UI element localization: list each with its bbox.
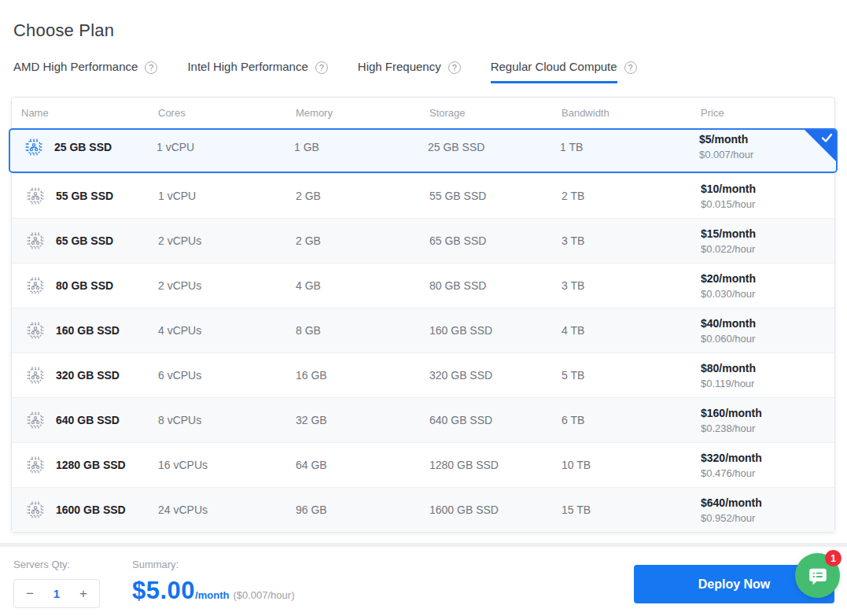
plan-row-80-gb-ssd[interactable]: 80 GB SSD2 vCPUs4 GB80 GB SSD3 TB$20/mon… <box>12 263 834 308</box>
plan-name-cell: 640 GB SSD <box>12 411 158 430</box>
plan-type-tabs: AMD High Performance ? Intel High Perfor… <box>13 60 847 83</box>
plan-storage: 160 GB SSD <box>429 324 562 337</box>
plan-bandwidth: 10 TB <box>562 459 701 471</box>
plan-price-cell: $10/month$0.015/hour <box>701 183 834 209</box>
chat-bubble-icon <box>808 566 828 586</box>
server-chip-icon <box>26 456 45 474</box>
plan-row-55-gb-ssd[interactable]: 55 GB SSD1 vCPU2 GB55 GB SSD2 TB$10/mont… <box>12 173 834 218</box>
qty-decrease-button[interactable]: − <box>26 587 34 600</box>
plan-row-1280-gb-ssd[interactable]: 1280 GB SSD16 vCPUs64 GB1280 GB SSD10 TB… <box>12 442 834 487</box>
plan-cores: 8 vCPUs <box>158 414 296 426</box>
plan-name: 25 GB SSD <box>54 141 112 153</box>
quantity-stepper: − 1 + <box>13 579 100 608</box>
deploy-footer: Servers Qty: − 1 + Summary: $5.00 /month… <box>0 547 847 616</box>
plan-name-cell: 1600 GB SSD <box>12 500 158 519</box>
plan-name: 320 GB SSD <box>56 369 120 382</box>
plan-storage: 320 GB SSD <box>429 369 562 382</box>
plan-table-header: Name Cores Memory Storage Bandwidth Pric… <box>12 98 834 128</box>
plan-memory: 32 GB <box>296 414 429 426</box>
price-per-hour: $0.119/hour <box>701 378 834 389</box>
qty-value[interactable]: 1 <box>53 587 60 600</box>
page-title: Choose Plan <box>13 20 847 41</box>
server-chip-icon <box>26 500 45 519</box>
plan-storage: 55 GB SSD <box>429 190 562 202</box>
price-per-month: $15/month <box>701 228 834 239</box>
tab-high-frequency[interactable]: High Frequency ? <box>358 60 461 83</box>
tab-regular-cloud-compute[interactable]: Regular Cloud Compute ? <box>491 60 637 83</box>
help-circle-icon[interactable]: ? <box>145 61 157 74</box>
qty-increase-button[interactable]: + <box>79 587 87 600</box>
summary-price-row: $5.00 /month ($0.007/hour) <box>132 577 294 605</box>
plan-name-cell: 320 GB SSD <box>12 366 158 385</box>
plan-cores: 2 vCPUs <box>158 234 296 247</box>
plan-price-cell: $80/month$0.119/hour <box>701 363 834 389</box>
plan-row-25-gb-ssd[interactable]: 25 GB SSD1 vCPU1 GB25 GB SSD1 TB$5/month… <box>9 128 838 173</box>
plan-bandwidth: 4 TB <box>562 324 701 337</box>
help-circle-icon[interactable]: ? <box>315 61 328 74</box>
tab-label: Regular Cloud Compute <box>491 60 617 83</box>
plan-price-cell: $160/month$0.238/hour <box>701 408 834 433</box>
tab-label: AMD High Performance <box>13 60 138 83</box>
plan-bandwidth: 3 TB <box>562 234 701 247</box>
plan-price-cell: $40/month$0.060/hour <box>701 318 834 344</box>
server-chip-icon <box>26 276 45 295</box>
plan-row-160-gb-ssd[interactable]: 160 GB SSD4 vCPUs8 GB160 GB SSD4 TB$40/m… <box>12 308 834 352</box>
plan-storage: 25 GB SSD <box>428 141 560 153</box>
plan-cores: 1 vCPU <box>158 190 296 202</box>
price-per-month: $80/month <box>701 363 834 374</box>
chat-unread-badge: 1 <box>825 550 841 566</box>
price-per-month: $40/month <box>701 318 834 329</box>
price-per-month: $20/month <box>701 273 834 284</box>
tab-amd-high-performance[interactable]: AMD High Performance ? <box>13 60 157 83</box>
summary-block: Summary: $5.00 /month ($0.007/hour) <box>132 559 294 605</box>
plan-cores: 24 vCPUs <box>158 503 296 516</box>
plan-memory: 2 GB <box>296 234 429 247</box>
plan-memory: 1 GB <box>294 141 428 153</box>
plan-name-cell: 55 GB SSD <box>12 186 158 205</box>
server-chip-icon <box>26 321 45 340</box>
plan-storage: 65 GB SSD <box>429 234 562 247</box>
plan-name-cell: 65 GB SSD <box>12 231 158 250</box>
plan-name-cell: 25 GB SSD <box>10 138 157 157</box>
tab-label: Intel High Performance <box>187 60 307 83</box>
price-per-month: $640/month <box>701 497 834 508</box>
plan-name: 1280 GB SSD <box>56 459 126 471</box>
plan-row-640-gb-ssd[interactable]: 640 GB SSD8 vCPUs32 GB640 GB SSD6 TB$160… <box>12 397 834 442</box>
server-chip-icon <box>24 138 43 157</box>
plan-bandwidth: 3 TB <box>562 279 701 292</box>
price-per-month: $10/month <box>701 183 834 194</box>
plan-storage: 1600 GB SSD <box>429 503 562 516</box>
column-header-bandwidth: Bandwidth <box>562 107 701 119</box>
chat-launcher-button[interactable]: 1 <box>795 553 840 598</box>
plan-name-cell: 160 GB SSD <box>12 321 158 340</box>
server-chip-icon <box>26 231 45 250</box>
plan-memory: 8 GB <box>296 324 429 337</box>
price-per-hour: $0.952/hour <box>701 513 834 523</box>
plan-price-cell: $15/month$0.022/hour <box>701 228 834 254</box>
price-per-hour: $0.030/hour <box>701 289 834 299</box>
server-chip-icon <box>26 366 45 385</box>
tab-intel-high-performance[interactable]: Intel High Performance ? <box>187 60 327 83</box>
help-circle-icon[interactable]: ? <box>448 61 461 74</box>
plan-row-320-gb-ssd[interactable]: 320 GB SSD6 vCPUs16 GB320 GB SSD5 TB$80/… <box>12 352 834 397</box>
server-chip-icon <box>26 411 45 430</box>
plan-price-cell: $320/month$0.476/hour <box>701 452 834 478</box>
plan-table-body: 25 GB SSD1 vCPU1 GB25 GB SSD1 TB$5/month… <box>12 128 834 532</box>
plan-storage: 1280 GB SSD <box>429 459 562 471</box>
plan-row-1600-gb-ssd[interactable]: 1600 GB SSD24 vCPUs96 GB1600 GB SSD15 TB… <box>12 487 834 532</box>
tab-label: High Frequency <box>358 60 441 83</box>
plan-bandwidth: 5 TB <box>562 369 701 382</box>
price-per-hour: $0.015/hour <box>701 199 834 209</box>
plan-cores: 1 vCPU <box>157 141 294 153</box>
plan-name: 80 GB SSD <box>56 279 113 292</box>
help-circle-icon[interactable]: ? <box>624 61 637 74</box>
plan-storage: 640 GB SSD <box>429 414 562 426</box>
server-chip-icon <box>26 186 45 205</box>
summary-label: Summary: <box>132 559 294 570</box>
column-header-storage: Storage <box>429 107 562 119</box>
plan-row-65-gb-ssd[interactable]: 65 GB SSD2 vCPUs2 GB65 GB SSD3 TB$15/mon… <box>12 218 834 263</box>
price-per-month: $320/month <box>701 452 834 463</box>
price-per-hour: $0.060/hour <box>701 334 834 344</box>
price-per-hour: $0.238/hour <box>701 423 834 433</box>
plan-name: 1600 GB SSD <box>56 503 126 516</box>
